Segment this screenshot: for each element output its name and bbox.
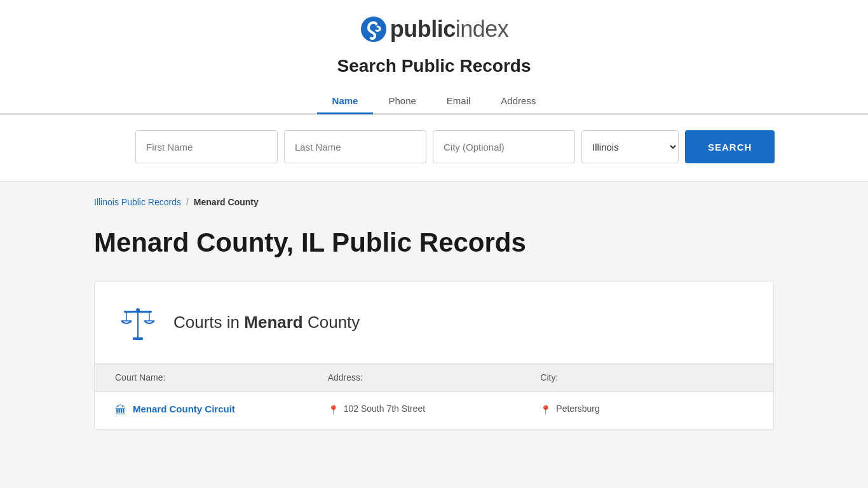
first-name-input[interactable] (135, 130, 278, 163)
search-section: Illinois Alabama Alaska Arizona Arkansas… (0, 115, 868, 182)
city-icon: 📍 (540, 405, 551, 415)
tab-address[interactable]: Address (485, 89, 551, 114)
city-input[interactable] (433, 130, 575, 163)
search-tabs: Name Phone Email Address (0, 89, 868, 114)
breadcrumb-separator: / (186, 197, 189, 207)
page-title: Search Public Records (0, 56, 868, 76)
tab-name[interactable]: Name (317, 89, 374, 114)
court-name-link[interactable]: Menard County Circuit (133, 403, 235, 414)
search-button[interactable]: SEARCH (685, 130, 775, 163)
courts-section-title: Courts in Menard County (173, 313, 360, 332)
table-header: Court Name: Address: City: (95, 363, 773, 392)
search-form: Illinois Alabama Alaska Arizona Arkansas… (85, 130, 783, 163)
logo: publicindex (0, 15, 868, 43)
breadcrumb-link[interactable]: Illinois Public Records (94, 197, 181, 207)
svg-rect-2 (137, 311, 139, 337)
svg-rect-1 (133, 337, 143, 340)
tab-phone[interactable]: Phone (373, 89, 431, 114)
logo-index-text: index (456, 16, 509, 42)
county-heading: Menard County, IL Public Records (94, 227, 774, 258)
courts-section: Courts in Menard County Court Name: Addr… (94, 281, 774, 430)
scales-icon (115, 299, 161, 345)
court-address: 102 South 7th Street (344, 403, 425, 414)
col-header-city: City: (540, 372, 753, 383)
header: publicindex Search Public Records Name P… (0, 0, 868, 115)
state-select[interactable]: Illinois Alabama Alaska Arizona Arkansas… (581, 130, 679, 163)
col-header-court-name: Court Name: (115, 372, 328, 383)
tab-email[interactable]: Email (431, 89, 486, 114)
col-header-address: Address: (328, 372, 541, 383)
svg-point-8 (136, 308, 140, 312)
bank-icon: 🏛 (115, 404, 126, 417)
courts-header: Courts in Menard County (95, 281, 773, 363)
last-name-input[interactable] (284, 130, 426, 163)
court-city: Petersburg (556, 403, 599, 414)
table-row: 🏛 Menard County Circuit 📍 102 South 7th … (95, 392, 773, 430)
logo-icon (360, 15, 388, 43)
main-content: Illinois Public Records / Menard County … (69, 182, 799, 445)
breadcrumb: Illinois Public Records / Menard County (94, 197, 774, 207)
logo-public-text: public (390, 16, 456, 42)
breadcrumb-current: Menard County (194, 197, 259, 207)
city-cell: 📍 Petersburg (540, 403, 753, 415)
address-cell: 📍 102 South 7th Street (328, 403, 541, 415)
court-name-cell: 🏛 Menard County Circuit (115, 403, 328, 417)
address-icon: 📍 (328, 405, 339, 415)
